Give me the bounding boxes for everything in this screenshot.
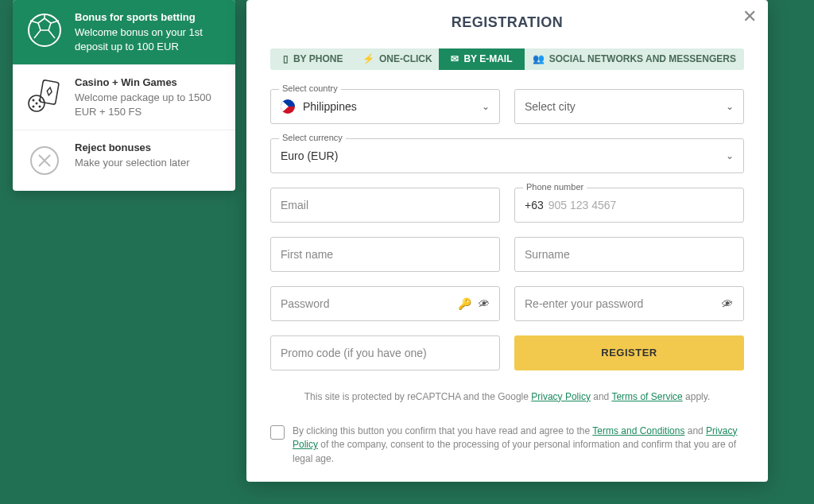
password-input[interactable] <box>281 297 452 310</box>
eye-off-icon[interactable]: 👁 <box>721 297 734 310</box>
casino-icon <box>25 76 64 114</box>
tos-link[interactable]: Terms of Service <box>611 391 682 402</box>
city-placeholder: Select city <box>525 100 726 113</box>
svg-point-5 <box>36 103 38 105</box>
recaptcha-note: This site is protected by reCAPTCHA and … <box>270 391 744 402</box>
country-value: Philippines <box>303 100 482 113</box>
city-select[interactable]: Select city ⌄ <box>514 89 744 124</box>
privacy-link[interactable]: Privacy Policy <box>531 391 591 402</box>
svg-point-7 <box>39 106 41 108</box>
firstname-field[interactable] <box>270 237 500 272</box>
bonus-sports-title: Bonus for sports betting <box>75 11 223 23</box>
currency-value: Euro (EUR) <box>281 149 726 162</box>
eye-off-icon[interactable]: 👁 <box>478 297 490 310</box>
chevron-down-icon: ⌄ <box>726 150 734 161</box>
promo-field[interactable] <box>270 335 500 370</box>
registration-modal: ✕ REGISTRATION ▯ BY PHONE ⚡ ONE-CLICK ✉ … <box>246 0 768 482</box>
password-field[interactable]: 🔑 👁 <box>270 286 500 321</box>
currency-label: Select currency <box>279 133 346 142</box>
phone-field[interactable]: Phone number +63 905 123 4567 <box>514 188 744 223</box>
email-field[interactable] <box>270 188 500 223</box>
tab-social[interactable]: 👥 SOCIAL NETWORKS AND MESSENGERS <box>525 48 744 70</box>
email-input[interactable] <box>281 199 490 211</box>
close-circle-icon <box>25 142 64 180</box>
bonus-option-reject[interactable]: Reject bonuses Make your selection later <box>13 130 235 191</box>
country-select[interactable]: Select country Philippines ⌄ <box>270 89 500 124</box>
svg-point-4 <box>39 99 41 102</box>
repassword-field[interactable]: 👁 <box>514 286 744 321</box>
phone-placeholder: 905 123 4567 <box>548 199 617 211</box>
bonus-option-sports[interactable]: Bonus for sports betting Welcome bonus o… <box>13 0 235 65</box>
terms-checkbox[interactable] <box>270 425 285 440</box>
tab-phone-label: BY PHONE <box>293 53 343 64</box>
bonus-reject-title: Reject bonuses <box>75 142 190 153</box>
chevron-down-icon: ⌄ <box>482 101 490 112</box>
registration-tabs: ▯ BY PHONE ⚡ ONE-CLICK ✉ BY E-MAIL 👥 SOC… <box>270 48 744 70</box>
bonus-casino-title: Casino + Win Games <box>75 76 223 88</box>
svg-point-3 <box>33 99 35 102</box>
register-button[interactable]: REGISTER <box>514 335 744 370</box>
bonus-sports-subtitle: Welcome bonus on your 1st deposit up to … <box>75 25 223 53</box>
bolt-icon: ⚡ <box>362 53 374 64</box>
terms-conditions-link[interactable]: Terms and Conditions <box>592 425 684 436</box>
surname-input[interactable] <box>525 248 734 261</box>
promo-input[interactable] <box>281 347 490 359</box>
key-icon[interactable]: 🔑 <box>458 297 471 310</box>
firstname-input[interactable] <box>281 248 490 261</box>
tab-by-email[interactable]: ✉ BY E-MAIL <box>439 48 524 70</box>
modal-title: REGISTRATION <box>270 14 744 31</box>
bonus-reject-subtitle: Make your selection later <box>75 156 190 170</box>
country-label: Select country <box>279 83 341 93</box>
phone-prefix: +63 <box>525 199 544 211</box>
repassword-input[interactable] <box>525 297 715 310</box>
tab-oneclick-label: ONE-CLICK <box>379 53 432 64</box>
bonus-option-casino[interactable]: Casino + Win Games Welcome package up to… <box>13 65 235 130</box>
users-icon: 👥 <box>533 53 545 64</box>
flag-icon <box>281 99 295 114</box>
surname-field[interactable] <box>514 237 744 272</box>
chevron-down-icon: ⌄ <box>726 101 734 112</box>
tab-by-phone[interactable]: ▯ BY PHONE <box>270 48 355 70</box>
bonus-sidebar: Bonus for sports betting Welcome bonus o… <box>13 0 235 191</box>
bonus-casino-subtitle: Welcome package up to 1500 EUR + 150 FS <box>75 91 223 118</box>
tab-one-click[interactable]: ⚡ ONE-CLICK <box>355 48 439 70</box>
svg-point-6 <box>33 106 35 108</box>
soccer-icon <box>25 11 64 49</box>
tab-social-label: SOCIAL NETWORKS AND MESSENGERS <box>549 53 736 64</box>
tab-email-label: BY E-MAIL <box>463 53 512 64</box>
phone-icon: ▯ <box>283 53 289 64</box>
currency-select[interactable]: Select currency Euro (EUR) ⌄ <box>270 138 744 173</box>
close-button[interactable]: ✕ <box>742 8 757 25</box>
svg-rect-1 <box>40 80 60 105</box>
mail-icon: ✉ <box>451 53 459 64</box>
terms-text: By clicking this button you confirm that… <box>293 425 744 466</box>
phone-label: Phone number <box>523 182 587 192</box>
